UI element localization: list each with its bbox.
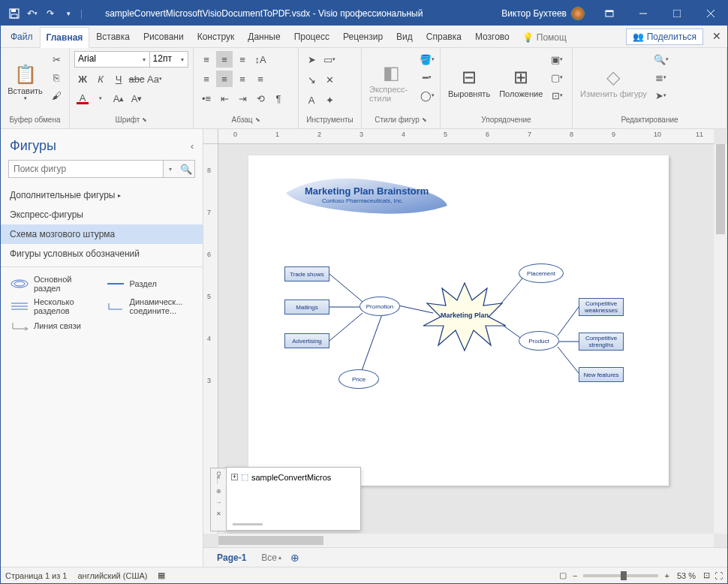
copy-icon[interactable]: ⎘ [48, 69, 65, 86]
page-canvas[interactable]: Marketing Plan Brainstorm Contoso Pharma… [248, 155, 669, 486]
fit-page-icon[interactable]: ⊡ [703, 570, 710, 580]
collapse-panel-icon[interactable]: ‹ [191, 141, 194, 152]
align-top-icon[interactable]: ≡ [198, 51, 215, 68]
ruler-horizontal[interactable]: 01234567891011 [218, 129, 714, 144]
decrease-indent-icon[interactable]: ⇤ [216, 90, 233, 107]
node-promotion[interactable]: Promotion [359, 297, 400, 316]
status-page[interactable]: Страница 1 из 1 [5, 571, 67, 580]
italic-icon[interactable]: К [92, 71, 109, 87]
tab-file[interactable]: Файл [4, 26, 40, 47]
express-styles-button[interactable]: ◧ Экспресс-стили [366, 51, 416, 114]
paste-button[interactable]: 📋 Вставить ▾ [5, 51, 45, 114]
stencil-dynamic-connector[interactable]: Динамическ... соедините... [106, 297, 194, 315]
close-tool-icon[interactable]: ✕ [321, 71, 338, 88]
select-icon[interactable]: ➤▾ [653, 87, 669, 104]
format-painter-icon[interactable]: 🖌 [48, 87, 65, 104]
node-placement[interactable]: Placement [519, 263, 564, 283]
tab-design[interactable]: Конструк [191, 26, 242, 47]
stencil-topic[interactable]: Раздел [106, 275, 194, 293]
page-tab-1[interactable]: Page-1 [211, 549, 252, 566]
node-comp-str[interactable]: Competitive strengths [579, 333, 624, 351]
align-button[interactable]: ⊟ Выровнять [445, 51, 493, 114]
effects-icon[interactable]: ◯▾ [419, 87, 435, 104]
connection-point-icon[interactable]: ✦ [321, 92, 338, 108]
node-product[interactable]: Product [519, 331, 559, 351]
cat-legend[interactable]: Фигуры условных обозначений [1, 244, 203, 263]
stencil-assoc-line[interactable]: Линия связи [10, 320, 98, 332]
rotate-text-icon[interactable]: ⟲ [252, 90, 269, 107]
maximize-button[interactable] [660, 1, 693, 26]
fill-icon[interactable]: 🪣▾ [419, 51, 435, 68]
bold-icon[interactable]: Ж [74, 71, 91, 87]
cat-brainstorm[interactable]: Схема мозгового штурма [1, 224, 203, 244]
qat-customize-icon[interactable]: ▾ [61, 6, 76, 21]
paragraph-spacing-icon[interactable]: ¶ [270, 90, 287, 107]
position-button[interactable]: ⊞ Положение [496, 51, 546, 114]
tab-home[interactable]: Главная [40, 27, 90, 48]
tab-draw[interactable]: Рисовани [137, 26, 191, 47]
collapse-ribbon-icon[interactable]: ✕ [712, 30, 721, 42]
send-back-icon[interactable]: ▢▾ [549, 69, 565, 86]
shapes-search-input[interactable] [8, 160, 164, 178]
cat-more-shapes[interactable]: Дополнительные фигуры▸ [1, 185, 203, 205]
align-middle-icon[interactable]: ≡ [216, 51, 233, 68]
change-case-icon[interactable]: Aa▾ [146, 71, 163, 87]
status-language[interactable]: английский (США) [77, 571, 147, 580]
change-shape-button[interactable]: ◇ Изменить фигуру [577, 51, 650, 114]
align-center-icon[interactable]: ≡ [216, 71, 233, 87]
node-new-features[interactable]: New features [579, 367, 624, 382]
node-comp-weak[interactable]: Competitive weaknesses [579, 298, 624, 316]
macro-icon[interactable]: ▦ [158, 570, 165, 580]
scrollbar-vertical[interactable] [714, 144, 727, 534]
cat-quick-shapes[interactable]: Экспресс-фигуры [1, 205, 203, 224]
cut-icon[interactable]: ✂ [48, 51, 65, 68]
dock-icon[interactable]: → [215, 499, 221, 506]
tab-process[interactable]: Процесс [287, 26, 336, 47]
share-button[interactable]: 👥 Поделиться [626, 29, 703, 45]
zoom-level[interactable]: 53 % [677, 571, 696, 580]
drawing-explorer-window[interactable]: Ок... ⊕ → ✕ + ⬚ sampleConvertMicros [226, 467, 361, 531]
grow-font-icon[interactable]: A▴ [110, 90, 127, 107]
zoom-in-icon[interactable]: + [664, 571, 669, 580]
redo-icon[interactable]: ↷ [43, 6, 58, 21]
close-button[interactable] [693, 1, 727, 26]
ribbon-display-icon[interactable] [592, 1, 626, 26]
find-icon[interactable]: 🔍▾ [653, 51, 669, 68]
save-icon[interactable] [7, 6, 22, 21]
shrink-font-icon[interactable]: A▾ [128, 90, 145, 107]
presentation-mode-icon[interactable]: ▢ [559, 570, 567, 580]
node-trade-shows[interactable]: Trade shows [284, 266, 329, 281]
pointer-tool-icon[interactable]: ➤ [303, 51, 320, 68]
tab-review[interactable]: Рецензир [336, 26, 390, 47]
group-icon[interactable]: ⊡▾ [549, 87, 565, 104]
align-left-icon[interactable]: ≡ [198, 71, 215, 87]
tab-data[interactable]: Данные [241, 26, 287, 47]
font-name-dropdown-icon[interactable]: ▾ [139, 52, 149, 67]
text-tool-icon[interactable]: A [303, 92, 320, 108]
tab-help[interactable]: Справка [420, 26, 468, 47]
miniwin-scroll[interactable] [233, 523, 263, 525]
font-size-dropdown-icon[interactable]: ▾ [178, 52, 188, 67]
align-justify-icon[interactable]: ≡ [252, 71, 269, 87]
tab-view[interactable]: Вид [390, 26, 420, 47]
zoom-slider[interactable] [583, 574, 658, 577]
font-color-icon[interactable]: A [74, 90, 91, 107]
tree-expand-icon[interactable]: + [231, 474, 238, 480]
search-button[interactable]: 🔍 [177, 160, 195, 178]
user-account[interactable]: Виктор Бухтеев [494, 7, 592, 20]
tellme-search[interactable]: 💡 Помощ [516, 28, 573, 47]
strikethrough-icon[interactable]: abc [128, 71, 145, 87]
bullets-icon[interactable]: •≡ [198, 90, 215, 107]
undo-icon[interactable]: ↶▾ [25, 6, 40, 21]
tab-insert[interactable]: Вставка [89, 26, 137, 47]
align-right-icon[interactable]: ≡ [234, 71, 251, 87]
add-page-button[interactable]: ⊕ [290, 552, 299, 564]
node-advertising[interactable]: Advertising [284, 333, 329, 348]
connector-tool-icon[interactable]: ↘ [303, 71, 320, 88]
close-mini-icon[interactable]: ✕ [216, 510, 221, 517]
font-size-input[interactable]: 12пт [149, 52, 178, 67]
node-mailings[interactable]: Mailings [284, 300, 329, 315]
pin-icon[interactable]: ⊕ [216, 488, 221, 495]
font-color-dropdown-icon[interactable]: ▾ [92, 90, 109, 107]
font-name-input[interactable]: Arial [75, 52, 139, 67]
